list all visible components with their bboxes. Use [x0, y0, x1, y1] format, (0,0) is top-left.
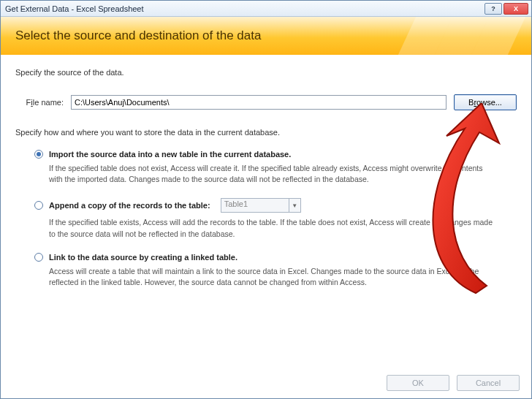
option-append-records: Append a copy of the records to the tabl…	[34, 198, 517, 239]
file-name-input[interactable]	[71, 95, 446, 110]
option-description: If the specified table exists, Access wi…	[49, 217, 495, 239]
banner: Select the source and destination of the…	[1, 17, 531, 55]
file-row: File name: Browse...	[15, 94, 517, 110]
chevron-down-icon: ▼	[289, 199, 300, 212]
banner-heading: Select the source and destination of the…	[15, 28, 261, 43]
option-description: If the specified table does not exist, A…	[49, 163, 495, 185]
option-link-data: Link to the data source by creating a li…	[34, 253, 517, 288]
help-button[interactable]: ?	[484, 3, 502, 15]
options-group: Import the source data into a new table …	[15, 150, 517, 288]
store-section-label: Specify how and where you want to store …	[15, 128, 517, 137]
option-label[interactable]: Link to the data source by creating a li…	[49, 253, 238, 262]
option-description: Access will create a table that will mai…	[49, 266, 495, 288]
close-button[interactable]: X	[503, 3, 528, 15]
titlebar: Get External Data - Excel Spreadsheet ? …	[1, 1, 531, 17]
window-title: Get External Data - Excel Spreadsheet	[4, 4, 483, 13]
option-label[interactable]: Import the source data into a new table …	[49, 150, 291, 159]
browse-button[interactable]: Browse...	[454, 94, 517, 110]
footer-buttons: OK Cancel	[387, 375, 520, 391]
cancel-button[interactable]: Cancel	[457, 375, 520, 391]
radio-import-new-table[interactable]	[34, 150, 43, 159]
dialog-window: Get External Data - Excel Spreadsheet ? …	[0, 0, 532, 399]
source-section-label: Specify the source of the data.	[15, 68, 517, 77]
option-label[interactable]: Append a copy of the records to the tabl…	[49, 201, 210, 210]
radio-link-data[interactable]	[34, 253, 43, 262]
ok-button[interactable]: OK	[387, 375, 449, 391]
option-import-new-table: Import the source data into a new table …	[34, 150, 517, 185]
file-name-label: File name:	[15, 98, 64, 107]
table-select-value: Table1	[224, 200, 248, 208]
table-select[interactable]: Table1 ▼	[221, 198, 301, 213]
radio-append-records[interactable]	[34, 201, 43, 210]
content-area: Specify the source of the data. File nam…	[1, 55, 531, 288]
